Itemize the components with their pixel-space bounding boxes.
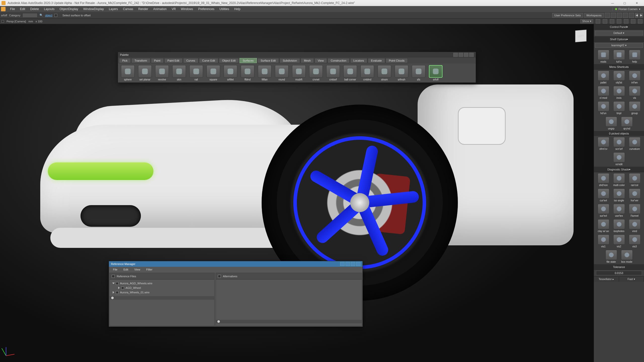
layout-icon-2[interactable] — [611, 13, 616, 18]
shelf-tmpl[interactable]: tmpl — [612, 101, 626, 115]
shelf-clayao[interactable]: clay w/ ao — [596, 219, 611, 233]
search-icon[interactable]: 🔍 — [39, 14, 43, 17]
tool-ball-corner[interactable]: ball corner — [342, 65, 358, 81]
tool-square[interactable]: square — [205, 65, 222, 81]
shelf-essls[interactable]: essls — [596, 50, 611, 63]
shelf-xfrmcv[interactable]: xfrm'cv — [596, 137, 611, 150]
shelf-filestate[interactable]: file state — [604, 250, 618, 263]
viewport-option-6-icon[interactable] — [631, 19, 635, 24]
palette-collapse-button[interactable] — [453, 53, 458, 57]
shelf-horver[interactable]: hor'ver — [628, 189, 642, 202]
tool-srfillet[interactable]: srfillet — [222, 65, 239, 81]
user-account[interactable]: Florian Coenen ▾ — [612, 8, 643, 11]
tool-stnsm[interactable]: stnsm — [376, 65, 393, 81]
workspaces-button[interactable]: Workspaces — [584, 13, 604, 18]
palette-tab-object-edit[interactable]: Object Edit — [219, 58, 239, 63]
shelf-ungrp[interactable]: ungrp — [604, 117, 618, 130]
shelf-vis3[interactable]: vis3 — [628, 235, 642, 248]
palette-titlebar[interactable]: Palette — [118, 52, 476, 58]
tool-srfmsh[interactable]: srfmsh — [393, 65, 410, 81]
shelf-clmod[interactable]: cl mod — [596, 86, 611, 99]
tolerance-input[interactable] — [596, 271, 642, 275]
layout-icon-4[interactable] — [623, 13, 628, 18]
palette-tab-mesh[interactable]: Mesh — [301, 58, 314, 63]
shelf-help[interactable]: help — [628, 50, 642, 63]
palette-tab-curve-edit[interactable]: Curve Edit — [199, 58, 218, 63]
tool-revolve[interactable]: revolve — [154, 65, 170, 81]
prev-layout-button[interactable]: ◀ — [635, 13, 638, 18]
shelf-scnsrf[interactable]: scn'srf — [612, 137, 626, 150]
shelf-vis2[interactable]: vis2 — [612, 235, 626, 248]
tool-crvnet[interactable]: crvnet — [308, 65, 324, 81]
palette-tab-construction[interactable]: Construction — [328, 58, 350, 63]
shelf-vred[interactable]: vred — [628, 219, 642, 233]
refmgr-titlebar[interactable]: Reference Manager — [109, 261, 363, 267]
viewport-option-1-icon[interactable] — [596, 19, 600, 24]
control-panel-header[interactable]: Control Panel ▸ — [594, 24, 644, 30]
palette-dock-button[interactable] — [459, 53, 463, 57]
shelf-boxmode[interactable]: box mode — [620, 250, 634, 263]
tool-skin[interactable]: skin — [171, 65, 187, 81]
show-dropdown[interactable]: Show ▾ — [580, 19, 593, 23]
refmgr-right-slider[interactable] — [216, 320, 362, 323]
refmgr-left-slider[interactable] — [110, 296, 214, 300]
record-toggle[interactable] — [2, 20, 4, 23]
shelf-preset-dropdown[interactable]: learning#2 ▾ — [595, 43, 643, 48]
tool-set-planar[interactable]: set planar — [137, 65, 153, 81]
menu-canvas[interactable]: Canvas — [120, 7, 136, 12]
palette-options-button[interactable] — [464, 53, 468, 57]
object-link[interactable]: object — [45, 14, 52, 17]
menu-delete[interactable]: Delete — [28, 7, 42, 12]
viewport-option-2-icon[interactable] — [603, 19, 607, 24]
menu-utilities[interactable]: Utilities — [217, 7, 232, 12]
palette-window[interactable]: Palette PickTransformPaintPaint EditCurv… — [118, 52, 476, 83]
viewcube[interactable]: LEFT — [571, 26, 591, 46]
tool-cmblnd[interactable]: cmblnd — [359, 65, 376, 81]
3d-viewport[interactable]: Palette PickTransformPaintPaint EditCurv… — [0, 24, 594, 362]
user-preference-sets-button[interactable]: User Preference Sets — [552, 13, 583, 18]
tool-ffblnd[interactable]: ffblnd — [239, 65, 256, 81]
default-dropdown[interactable]: Default ▾ — [595, 31, 643, 35]
tool-round[interactable]: round — [273, 65, 290, 81]
menu-file[interactable]: File — [8, 7, 17, 12]
close-button[interactable]: ✕ — [631, 1, 642, 6]
palette-tab-point-clouds[interactable]: Point Clouds — [386, 58, 408, 63]
shelf-usetex[interactable]: use'tex — [612, 204, 626, 217]
menu-render[interactable]: Render — [136, 7, 151, 12]
ref-node[interactable]: Aurora_AGD_Wheels.wire — [111, 281, 213, 286]
shelf-vis[interactable]: vis — [628, 86, 642, 99]
tool-sfs[interactable]: sfs — [410, 65, 427, 81]
menu-layers[interactable]: Layers — [106, 7, 120, 12]
layout-icon-5[interactable] — [629, 13, 634, 18]
tool-srfoff[interactable]: srfoff — [427, 65, 444, 81]
fast-button[interactable]: Fast ▾ — [619, 277, 644, 282]
refmgr-opts-button[interactable] — [351, 262, 355, 266]
offset-checkbox[interactable] — [54, 14, 57, 17]
shelf-tutrs[interactable]: tut'rs — [612, 50, 626, 63]
refmgr-menu-filter[interactable]: Filter — [144, 267, 155, 272]
palette-tab-paint[interactable]: Paint — [151, 58, 164, 63]
shelf-group[interactable]: group — [628, 101, 642, 115]
shelf-qryed[interactable]: qry'ed — [620, 117, 634, 130]
shelf-infwn[interactable]: inf'wn — [628, 71, 642, 84]
shelf-invis[interactable]: invis — [612, 86, 626, 99]
next-layout-button[interactable]: ▶ — [639, 13, 643, 18]
expand-icon[interactable] — [113, 291, 114, 294]
palette-tab-view[interactable]: View — [314, 58, 327, 63]
shelf-pallet[interactable]: pallet — [596, 71, 611, 84]
refmgr-menu-file[interactable]: File — [110, 267, 120, 272]
menu-windowdisplay[interactable]: WindowDisplay — [81, 7, 106, 12]
shelf-curevl[interactable]: cur'evl — [596, 189, 611, 202]
palette-tab-pick[interactable]: Pick — [119, 58, 131, 63]
ref-checkbox[interactable] — [121, 287, 124, 289]
viewport-option-4-icon[interactable] — [617, 19, 621, 24]
ref-node[interactable]: AGD_Wheel — [111, 286, 213, 290]
shelf-curvature[interactable]: curvature — [628, 137, 642, 150]
menu-layouts[interactable]: Layouts — [42, 7, 57, 12]
diagnostic-shade-header[interactable]: Diagnostic Shade ▸ — [594, 167, 644, 172]
ref-node[interactable]: Aurora_Wheels_01.wire — [111, 290, 213, 295]
layout-icon-1[interactable] — [605, 13, 610, 18]
shelf-surevl[interactable]: sur'evl — [596, 204, 611, 217]
viewport-option-5-icon[interactable] — [624, 19, 628, 24]
palette-tab-paint-edit[interactable]: Paint Edit — [164, 58, 183, 63]
